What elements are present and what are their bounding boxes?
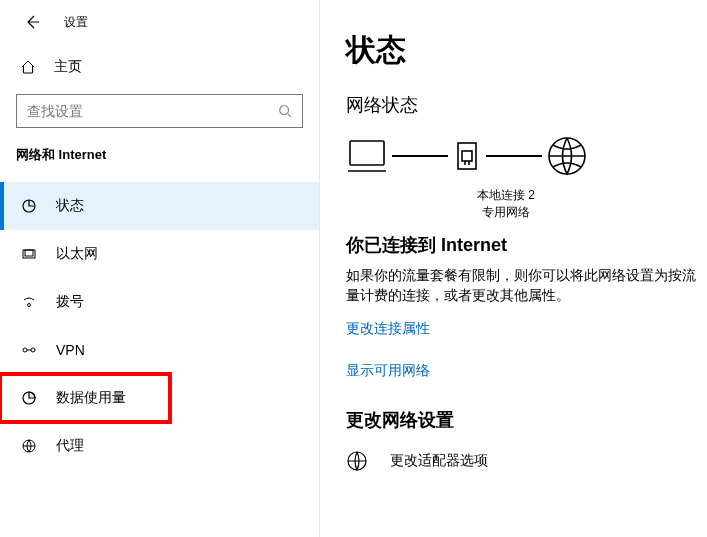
nav-list: 状态 以太网 拨号 VPN 数据使用量 (0, 182, 319, 470)
link-show-available-networks[interactable]: 显示可用网络 (346, 362, 707, 380)
home-nav[interactable]: 主页 (0, 40, 319, 94)
status-icon (20, 198, 38, 214)
titlebar: 设置 (0, 4, 319, 40)
svg-point-0 (280, 106, 289, 115)
main-content: 状态 网络状态 本地连接 2 专用网络 你已连接到 Internet 如果你的流… (320, 0, 707, 537)
nav-label: 数据使用量 (56, 389, 126, 407)
nav-label: 拨号 (56, 293, 84, 311)
network-diagram (346, 135, 707, 177)
svg-rect-9 (350, 141, 384, 165)
svg-point-6 (31, 348, 35, 352)
nav-item-status[interactable]: 状态 (0, 182, 319, 230)
category-title: 网络和 Internet (0, 146, 319, 182)
nav-label: 状态 (56, 197, 84, 215)
diagram-labels: 本地连接 2 专用网络 (456, 187, 556, 221)
back-button[interactable] (20, 10, 44, 34)
sidebar: 设置 主页 网络和 Internet 状态 以太网 (0, 0, 320, 537)
dialup-icon (20, 294, 38, 310)
globe-icon (546, 135, 588, 177)
svg-rect-11 (462, 151, 472, 161)
ethernet-icon (20, 246, 38, 262)
search-box[interactable] (16, 94, 303, 128)
connection-type: 专用网络 (456, 204, 556, 221)
connection-line-icon (392, 155, 448, 157)
page-title: 状态 (346, 30, 707, 71)
data-usage-icon (20, 390, 38, 406)
computer-icon (346, 137, 388, 175)
vpn-icon (20, 342, 38, 358)
nav-label: 以太网 (56, 245, 98, 263)
svg-rect-3 (25, 250, 33, 256)
section-network-status: 网络状态 (346, 93, 707, 117)
section-change-network-settings: 更改网络设置 (346, 408, 707, 432)
search-input[interactable] (17, 103, 302, 119)
link-change-connection-properties[interactable]: 更改连接属性 (346, 320, 707, 338)
home-label: 主页 (54, 58, 82, 76)
nav-label: VPN (56, 342, 85, 358)
svg-rect-10 (458, 143, 476, 169)
nav-item-vpn[interactable]: VPN (0, 326, 319, 374)
connection-line-icon (486, 155, 542, 157)
search-icon (278, 104, 292, 118)
connected-body: 如果你的流量套餐有限制，则你可以将此网络设置为按流量计费的连接，或者更改其他属性… (346, 265, 707, 306)
nav-item-ethernet[interactable]: 以太网 (0, 230, 319, 278)
globe-icon (346, 450, 368, 472)
home-icon (20, 59, 36, 75)
nav-item-proxy[interactable]: 代理 (0, 422, 319, 470)
svg-point-4 (28, 304, 31, 307)
settings-title: 设置 (64, 14, 88, 31)
nav-label: 代理 (56, 437, 84, 455)
connection-name: 本地连接 2 (456, 187, 556, 204)
back-arrow-icon (24, 14, 40, 30)
proxy-icon (20, 438, 38, 454)
connected-heading: 你已连接到 Internet (346, 233, 707, 257)
nav-item-dialup[interactable]: 拨号 (0, 278, 319, 326)
option-adapter-settings[interactable]: 更改适配器选项 (346, 450, 707, 472)
svg-point-5 (23, 348, 27, 352)
router-icon (452, 137, 482, 175)
nav-item-data-usage[interactable]: 数据使用量 (0, 374, 170, 422)
option-label: 更改适配器选项 (390, 452, 488, 470)
